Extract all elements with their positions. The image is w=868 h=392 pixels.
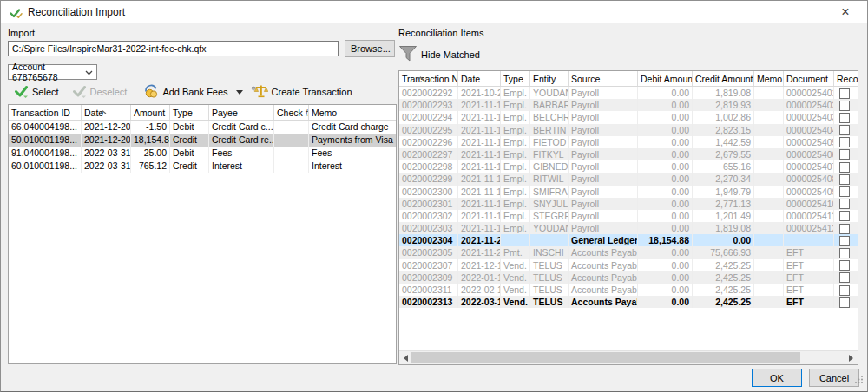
reconciliation-item-row[interactable]: 00200023002021-11-15Empl.SMIFRAPayroll0.… xyxy=(399,186,858,198)
cell-amount: -25.00 xyxy=(131,147,170,160)
cell-transaction-no: 0020002297 xyxy=(399,148,458,160)
resize-grip[interactable] xyxy=(854,372,864,388)
reconciliation-item-row[interactable]: 00200022972021-11-15Empl.FITKYLPayroll0.… xyxy=(399,148,858,160)
reconciled-checkbox[interactable] xyxy=(839,186,850,197)
cell-source: Accounts Payable xyxy=(569,284,638,296)
reconciliation-item-row[interactable]: 00200022932021-11-15Empl.BARBARPayroll0.… xyxy=(399,99,858,111)
cell-entity: GIBNED xyxy=(530,160,569,173)
reconciliation-item-row[interactable]: 00200022982021-11-15Empl.GIBNEDPayroll0.… xyxy=(399,160,858,173)
reconciled-checkbox[interactable] xyxy=(839,149,850,160)
cell-memo xyxy=(754,124,784,136)
reconciliation-item-row[interactable]: 00200023112022-02-19Vend.TELUSAccounts P… xyxy=(399,284,858,296)
close-button[interactable]: × xyxy=(831,1,860,23)
reconciliation-item-row[interactable]: 00200022942021-11-15Empl.BELCHRPayroll0.… xyxy=(399,111,858,123)
column-header-check[interactable]: Check # xyxy=(274,105,309,120)
reconciled-checkbox[interactable] xyxy=(839,285,850,296)
reconciliation-item-row[interactable]: 00200023012021-11-15Empl.SNYJULPayroll0.… xyxy=(399,198,858,210)
reconciled-checkbox[interactable] xyxy=(839,88,850,99)
reconciled-checkbox[interactable] xyxy=(839,137,850,147)
import-transaction-row[interactable]: 66.040004198...2021-12-20-1.50DebitCredi… xyxy=(9,121,396,134)
cell-document: 0000025407 xyxy=(784,160,834,173)
column-header-amount[interactable]: Amount xyxy=(131,105,170,120)
column-header-type[interactable]: Type xyxy=(170,105,209,120)
reconciliation-item-row[interactable]: 00200022992021-11-15Empl.RITWILPayroll0.… xyxy=(399,173,858,185)
cancel-button[interactable]: Cancel xyxy=(809,369,859,387)
cell-reconciled xyxy=(834,186,858,198)
ok-button[interactable]: OK xyxy=(752,369,802,387)
window-title: Reconciliation Import xyxy=(28,1,125,23)
column-header-type[interactable]: Type xyxy=(501,71,530,86)
column-header-document[interactable]: Document xyxy=(784,71,834,86)
import-transaction-row[interactable]: 91.040004198...2022-03-31-25.00DebitFees… xyxy=(9,147,396,160)
cell-date: 2021-11-15 xyxy=(458,210,501,222)
cell-reconciled xyxy=(834,111,858,123)
cell-reconciled xyxy=(834,296,858,308)
column-header-date[interactable]: Date xyxy=(458,71,501,86)
import-table-body: 66.040004198...2021-12-20-1.50DebitCredi… xyxy=(9,121,396,173)
cell-entity: STEGRE xyxy=(530,210,569,222)
cell-date: 2022-03-31 xyxy=(82,160,131,173)
cell-document: EFT xyxy=(784,246,834,258)
column-header-memo[interactable]: Memo xyxy=(754,71,784,86)
column-header-transaction-id[interactable]: Transaction ID xyxy=(9,105,82,120)
reconciled-checkbox[interactable] xyxy=(839,101,850,111)
reconciliation-item-row[interactable]: 00200023042021-11-22General Ledger18,154… xyxy=(399,234,858,246)
create-transaction-button[interactable]: Create Transaction xyxy=(251,84,352,100)
add-bank-fees-dropdown-arrow[interactable] xyxy=(236,90,243,95)
column-header-transaction-no[interactable]: Transaction No xyxy=(399,71,458,86)
reconciled-checkbox[interactable] xyxy=(839,125,850,135)
cell-type xyxy=(501,234,530,246)
column-header-credit-amount[interactable]: Credit Amount xyxy=(693,71,754,86)
select-button[interactable]: Select xyxy=(15,85,59,100)
account-select[interactable]: Account 678765678 xyxy=(8,64,97,80)
cell-date: 2022-01-19 xyxy=(458,271,501,284)
reconciled-checkbox[interactable] xyxy=(839,248,850,258)
cell-entity xyxy=(530,234,569,246)
reconciled-checkbox[interactable] xyxy=(839,272,850,283)
import-transaction-row[interactable]: 50.010001198...2021-12-2018,154.88Credit… xyxy=(9,134,396,147)
reconciled-checkbox[interactable] xyxy=(839,224,850,234)
reconciled-checkbox[interactable] xyxy=(839,113,850,123)
reconciled-checkbox[interactable] xyxy=(839,297,850,308)
cell-date: 2021-11-15 xyxy=(458,222,501,234)
scroll-right-arrow-icon[interactable] xyxy=(845,351,858,364)
cell-document: 0000025409 xyxy=(784,186,834,198)
column-header-date[interactable]: Date xyxy=(82,105,131,120)
reconciled-checkbox[interactable] xyxy=(839,199,850,209)
cell-memo xyxy=(754,198,784,210)
horizontal-scrollbar[interactable] xyxy=(399,350,858,364)
reconciled-checkbox[interactable] xyxy=(839,211,850,221)
browse-button[interactable]: Browse... xyxy=(345,40,395,57)
import-transaction-row[interactable]: 60.010001198...2022-03-31765.12CreditInt… xyxy=(9,160,396,173)
cell-entity: FIETOD xyxy=(530,136,569,148)
column-header-debit-amount[interactable]: Debit Amount xyxy=(638,71,693,86)
reconciled-checkbox[interactable] xyxy=(839,162,850,173)
cell-date: 2021-11-22 xyxy=(458,246,501,258)
reconciled-checkbox[interactable] xyxy=(839,260,850,271)
cell-reconciled xyxy=(834,99,858,111)
reconciled-checkbox[interactable] xyxy=(839,236,850,246)
reconciliation-item-row[interactable]: 00200023132022-03-19Vend.TELUSAccounts P… xyxy=(399,296,858,308)
column-header-memo[interactable]: Memo xyxy=(309,105,396,120)
deselect-button[interactable]: Deselect xyxy=(73,85,128,100)
column-header-source[interactable]: Source xyxy=(569,71,638,86)
column-header-payee[interactable]: Payee xyxy=(209,105,274,120)
reconciliation-item-row[interactable]: 00200023072021-12-19Vend.TELUSAccounts P… xyxy=(399,259,858,271)
reconciliation-item-row[interactable]: 00200023052021-11-22Pmt.INSCHIAccounts P… xyxy=(399,246,858,258)
cell-debit-amount: 0.00 xyxy=(638,87,693,99)
scroll-left-arrow-icon[interactable] xyxy=(399,351,412,364)
reconciliation-item-row[interactable]: 00200023092022-01-19Vend.TELUSAccounts P… xyxy=(399,271,858,284)
add-bank-fees-button[interactable]: Add Bank Fees xyxy=(144,84,227,100)
reconciliation-item-row[interactable]: 00200023022021-11-15Empl.STEGREPayroll0.… xyxy=(399,210,858,222)
reconciled-checkbox[interactable] xyxy=(839,174,850,185)
reconciliation-item-row[interactable]: 00200022952021-11-15Empl.BERTINPayroll0.… xyxy=(399,124,858,136)
reconciliation-item-row[interactable]: 00200022922021-10-29Empl.YOUDANPayroll0.… xyxy=(399,87,858,99)
column-header-entity[interactable]: Entity xyxy=(530,71,569,86)
column-header-reconciled[interactable]: Reconciled xyxy=(834,71,858,86)
hide-matched-button[interactable]: Hide Matched xyxy=(398,44,480,64)
scrollbar-thumb[interactable] xyxy=(411,352,800,363)
reconciliation-item-row[interactable]: 00200022962021-11-15Empl.FIETODPayroll0.… xyxy=(399,136,858,148)
reconciliation-item-row[interactable]: 00200023032021-11-15Empl.YOUDANPayroll0.… xyxy=(399,222,858,234)
import-file-path-input[interactable] xyxy=(8,41,339,56)
import-toolbar: Select Deselect Add Bank Fees xyxy=(8,83,352,101)
